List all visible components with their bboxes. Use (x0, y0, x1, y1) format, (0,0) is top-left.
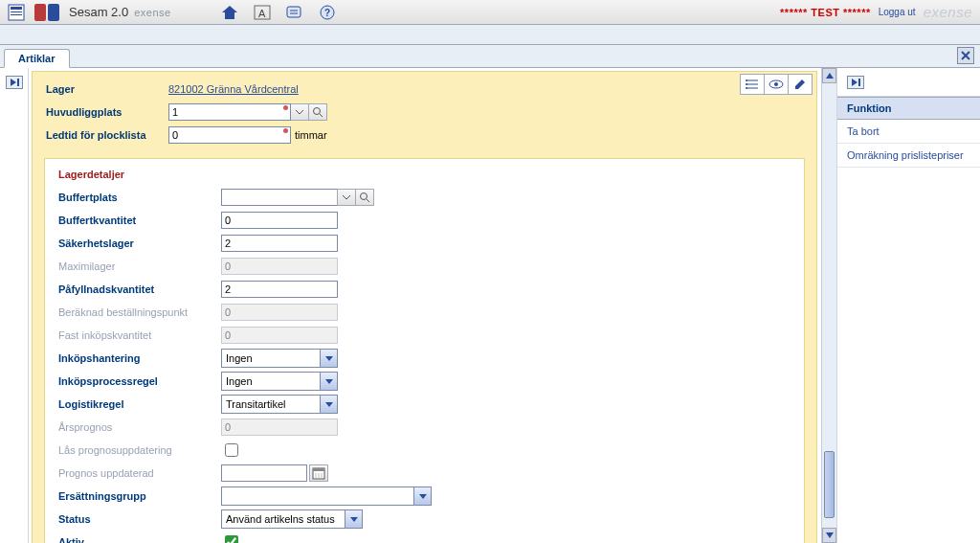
logistikregel-label: Logistikregel (58, 398, 221, 410)
svg-marker-14 (11, 79, 16, 86)
ledtid-label: Ledtid för plocklista (46, 129, 168, 141)
left-collapse-column (0, 68, 29, 543)
buffertkvantitet-input[interactable] (221, 212, 338, 229)
section-title: Lagerdetaljer (58, 169, 791, 180)
svg-text:A: A (258, 8, 266, 19)
svg-rect-7 (287, 7, 301, 17)
chevron-down-icon (413, 487, 431, 505)
app-title: Sesam 2.0 exense (69, 5, 171, 19)
edit-icon[interactable] (788, 74, 813, 95)
panel-toolbar (741, 74, 813, 95)
main-area: Lager 821002 Gränna Vårdcentral Huvudlig… (0, 68, 980, 543)
svg-rect-42 (858, 79, 860, 86)
fastinkop-label: Fast inköpskvantitet (58, 329, 221, 341)
status-select[interactable]: Använd artikelns status (221, 509, 363, 529)
huvudliggplats-search-icon[interactable] (308, 103, 327, 121)
buffertplats-input[interactable] (221, 189, 338, 206)
sakerhetslager-input[interactable] (221, 235, 338, 252)
chevron-down-icon (345, 510, 362, 528)
beraknad-input (221, 304, 338, 321)
inkopshantering-select[interactable]: Ingen (221, 349, 338, 368)
aktiv-checkbox[interactable] (225, 535, 238, 543)
lager-label: Lager (46, 83, 168, 95)
svg-text:?: ? (324, 8, 330, 18)
collapse-right-button[interactable] (847, 76, 864, 89)
inkopshantering-label: Inköpshantering (58, 352, 221, 364)
svg-rect-3 (11, 14, 22, 15)
scroll-down-icon[interactable] (822, 528, 836, 543)
lager-link[interactable]: 821002 Gränna Vårdcentral (168, 83, 299, 95)
chevron-down-icon (320, 396, 337, 413)
svg-marker-39 (826, 73, 834, 79)
buffertplats-search-icon[interactable] (355, 189, 374, 206)
home-icon[interactable] (219, 3, 240, 22)
arsprognos-input (221, 419, 338, 436)
beraknad-label: Beräknad beställningspunkt (58, 306, 221, 318)
huvudliggplats-dropdown-icon[interactable] (290, 103, 309, 121)
svg-rect-15 (17, 79, 19, 86)
pafyllnadskvantitet-label: Påfyllnadskvantitet (58, 283, 221, 295)
prognosuppdaterad-label: Prognos uppdaterad (58, 467, 221, 479)
pafyllnadskvantitet-input[interactable] (221, 281, 338, 298)
logout-link[interactable]: Logga ut (879, 7, 916, 17)
svg-line-28 (367, 199, 369, 202)
sidebar-item-tabort[interactable]: Ta bort (837, 120, 980, 144)
scroll-up-icon[interactable] (822, 68, 836, 83)
huvudliggplats-input[interactable] (168, 103, 291, 121)
list-view-icon[interactable] (740, 74, 765, 95)
prognosuppdaterad-input[interactable] (221, 464, 307, 482)
logistikregel-value: Transitartikel (226, 398, 286, 410)
app-menu-icon[interactable] (8, 4, 25, 21)
inkopsprocess-select[interactable]: Ingen (221, 372, 338, 391)
buffertkvantitet-label: Buffertkvantitet (58, 215, 221, 226)
sidebar-item-omrakning[interactable]: Omräkning prislistepriser (837, 144, 980, 168)
lasprognos-checkbox[interactable] (225, 443, 238, 457)
svg-line-26 (320, 114, 323, 117)
svg-marker-4 (222, 6, 237, 19)
svg-marker-29 (325, 356, 333, 361)
svg-marker-40 (826, 532, 834, 538)
ledtid-unit: timmar (295, 129, 327, 141)
test-banner: ****** TEST ****** (780, 7, 871, 18)
sidebar-header: Funktion (837, 97, 980, 120)
svg-point-25 (314, 108, 321, 115)
panel-header: Lager 821002 Gränna Vårdcentral Huvudlig… (33, 72, 816, 152)
chevron-down-icon (320, 350, 337, 367)
svg-marker-30 (325, 379, 333, 384)
font-icon[interactable]: A (252, 3, 273, 22)
calendar-icon[interactable] (309, 464, 328, 482)
tab-row: Artiklar (0, 45, 980, 68)
status-value: Använd artikelns status (226, 513, 335, 525)
svg-point-27 (361, 193, 368, 200)
detail-panel: Lager 821002 Gränna Vårdcentral Huvudlig… (32, 71, 817, 543)
view-icon[interactable] (764, 74, 789, 95)
logistikregel-select[interactable]: Transitartikel (221, 395, 338, 414)
svg-point-19 (746, 79, 747, 81)
scroll-thumb[interactable] (824, 451, 835, 518)
maximilager-label: Maximilager (58, 260, 221, 272)
required-indicator (283, 128, 288, 133)
svg-marker-24 (795, 79, 805, 89)
inkopsprocess-value: Ingen (226, 375, 253, 387)
svg-marker-31 (325, 402, 333, 407)
scrollbar[interactable] (821, 68, 836, 543)
maximilager-input (221, 258, 338, 275)
brand-logo: exense (924, 4, 972, 20)
inkopshantering-value: Ingen (226, 352, 253, 364)
tab-artiklar[interactable]: Artiklar (4, 49, 70, 68)
svg-point-21 (746, 87, 747, 89)
close-tab-button[interactable] (957, 47, 974, 64)
notes-icon[interactable] (284, 3, 305, 22)
buffertplats-label: Buffertplats (58, 192, 221, 203)
form-area: Lagerdetaljer Buffertplats Buffertkvanti… (44, 158, 805, 543)
expand-left-button[interactable] (6, 76, 23, 89)
center-content: Lager 821002 Gränna Vårdcentral Huvudlig… (29, 68, 836, 543)
help-icon[interactable]: ? (317, 3, 338, 22)
required-indicator (283, 105, 288, 110)
sakerhetslager-label: Säkerhetslager (58, 238, 221, 249)
ersattningsgrupp-select[interactable] (221, 486, 432, 506)
svg-point-23 (774, 82, 778, 86)
ledtid-input[interactable] (168, 126, 291, 144)
right-sidebar: Funktion Ta bort Omräkning prislistepris… (836, 68, 980, 543)
buffertplats-dropdown-icon[interactable] (337, 189, 356, 206)
